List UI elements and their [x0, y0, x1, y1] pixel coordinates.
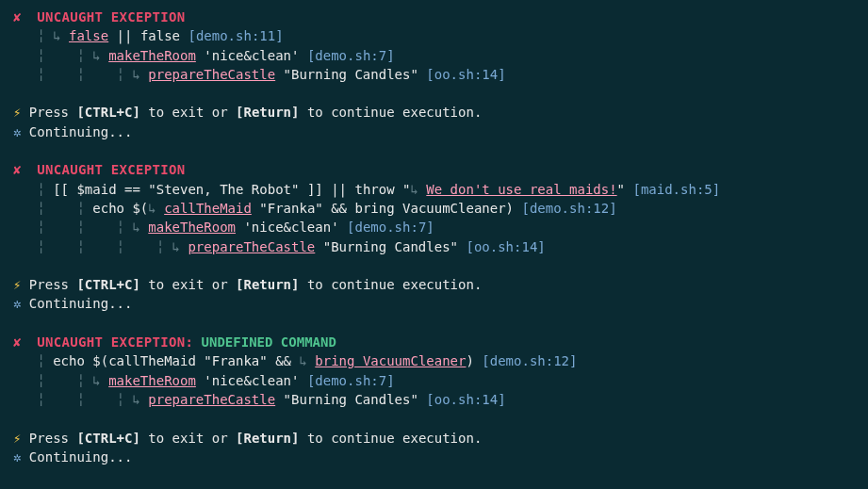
stack-frame: ╎ ╎ ↳ makeTheRoom 'nice&clean' [demo.sh:… [13, 46, 855, 65]
tree-icon: ╎ [13, 28, 53, 43]
continue-prompt: ⚡ Press [CTRL+C] to exit or [Return] to … [13, 275, 855, 294]
x-icon: ✘ [13, 9, 37, 24]
frame-pretext: echo $( [92, 201, 148, 216]
stack-frame: ╎ ↳ false || false [demo.sh:11] [13, 26, 855, 45]
stack-frame: ╎ ╎ ╎ ↳ makeTheRoom 'nice&clean' [demo.s… [13, 218, 855, 236]
frame-location: [demo.sh:7] [307, 373, 395, 388]
bolt-icon: ⚡ [13, 277, 29, 292]
frame-location: [demo.sh:11] [188, 28, 283, 43]
exception-header: ✘ UNCAUGHT EXCEPTION [13, 8, 855, 26]
exception-header: ✘ UNCAUGHT EXCEPTION: UNDEFINED COMMAND [13, 333, 855, 351]
gear-icon: ✲ [13, 449, 29, 465]
arrow-icon: ↳ [148, 201, 164, 216]
frame-text: 'nice&clean' [196, 373, 307, 388]
bolt-icon: ⚡ [13, 431, 29, 446]
stack-frame: ╎ [[ $maid == "Steven, The Robot" ]] || … [13, 180, 855, 199]
continue-prompt: ⚡ Press [CTRL+C] to exit or [Return] to … [13, 103, 855, 122]
tree-icon: ╎ ╎ ╎ [13, 392, 132, 407]
continuing-text: Continuing... [29, 449, 133, 465]
x-icon: ✘ [13, 334, 37, 350]
continuing-text: Continuing... [29, 124, 133, 139]
gear-icon: ✲ [13, 296, 29, 311]
frame-pretext: [[ $maid == "Steven, The Robot" ]] || th… [53, 182, 410, 197]
exception-title: UNCAUGHT EXCEPTION: [37, 334, 193, 350]
frame-link[interactable]: makeTheRoom [108, 48, 196, 63]
continuing-text: Continuing... [29, 296, 133, 311]
frame-location: [demo.sh:12] [521, 201, 616, 216]
continue-prompt: ⚡ Press [CTRL+C] to exit or [Return] to … [13, 429, 855, 448]
exception-title: UNCAUGHT EXCEPTION [37, 162, 185, 177]
frame-location: [maid.sh:5] [632, 182, 720, 197]
arrow-icon: ↳ [92, 373, 108, 388]
frame-location: [oo.sh:14] [426, 392, 505, 407]
exception-subtitle: UNDEFINED COMMAND [193, 334, 336, 350]
frame-location: [demo.sh:7] [347, 220, 434, 235]
tree-icon: ╎ ╎ [13, 201, 92, 216]
tree-icon: ╎ ╎ ╎ [13, 67, 132, 82]
frame-link[interactable]: false [69, 28, 108, 43]
arrow-icon: ↳ [132, 392, 148, 407]
tree-icon: ╎ ╎ ╎ ╎ [13, 239, 172, 254]
arrow-icon: ↳ [92, 48, 108, 63]
continuing-line: ✲ Continuing... [13, 122, 855, 141]
frame-text: "Burning Candles" [275, 392, 426, 407]
tree-icon: ╎ ╎ ╎ [13, 220, 132, 235]
tree-icon: ╎ [13, 353, 53, 368]
frame-link[interactable]: makeTheRoom [148, 220, 236, 235]
stack-frame: ╎ ╎ ╎ ↳ prepareTheCastle "Burning Candle… [13, 65, 855, 84]
frame-location: [demo.sh:7] [307, 48, 395, 63]
stack-frame: ╎ ╎ ↳ makeTheRoom 'nice&clean' [demo.sh:… [13, 371, 855, 390]
frame-text: || false [108, 28, 188, 43]
tree-icon: ╎ ╎ [13, 373, 92, 388]
arrow-icon: ↳ [132, 220, 148, 235]
frame-text: "Franka" && bring VacuumCleaner) [252, 201, 522, 216]
frame-link[interactable]: makeTheRoom [108, 373, 196, 388]
arrow-icon: ↳ [410, 182, 426, 197]
bolt-icon: ⚡ [13, 105, 29, 120]
ctrl-c-key[interactable]: [CTRL+C] [76, 105, 139, 120]
frame-link[interactable]: We don't use real maids! [426, 182, 616, 197]
stack-frame: ╎ ╎ ╎ ↳ prepareTheCastle "Burning Candle… [13, 390, 855, 409]
x-icon: ✘ [13, 162, 37, 177]
arrow-icon: ↳ [172, 239, 188, 254]
tree-icon: ╎ ╎ [13, 48, 92, 63]
return-key[interactable]: [Return] [236, 105, 299, 120]
frame-link[interactable]: prepareTheCastle [148, 67, 275, 82]
frame-location: [oo.sh:14] [466, 239, 545, 254]
arrow-icon: ↳ [132, 67, 148, 82]
gear-icon: ✲ [13, 124, 29, 139]
frame-text: "Burning Candles" [315, 239, 466, 254]
tree-icon: ╎ [13, 182, 53, 197]
continuing-line: ✲ Continuing... [13, 448, 855, 466]
exception-header: ✘ UNCAUGHT EXCEPTION [13, 160, 855, 179]
continuing-line: ✲ Continuing... [13, 294, 855, 313]
frame-text: 'nice&clean' [236, 220, 347, 235]
frame-pretext: echo $(callTheMaid "Franka" && [53, 353, 299, 368]
ctrl-c-key[interactable]: [CTRL+C] [76, 277, 139, 292]
frame-link[interactable]: prepareTheCastle [148, 392, 275, 407]
exception-title: UNCAUGHT EXCEPTION [37, 9, 185, 24]
arrow-icon: ↳ [299, 353, 315, 368]
frame-link[interactable]: callTheMaid [164, 201, 252, 216]
frame-text: "Burning Candles" [275, 67, 426, 82]
frame-text: 'nice&clean' [196, 48, 307, 63]
return-key[interactable]: [Return] [236, 277, 299, 292]
stack-frame: ╎ echo $(callTheMaid "Franka" && ↳ bring… [13, 351, 855, 370]
stack-frame: ╎ ╎ ╎ ╎ ↳ prepareTheCastle "Burning Cand… [13, 237, 855, 256]
ctrl-c-key[interactable]: [CTRL+C] [76, 431, 139, 446]
frame-link[interactable]: bring VacuumCleaner [315, 353, 466, 368]
frame-location: [demo.sh:12] [482, 353, 577, 368]
frame-text: ) [466, 353, 482, 368]
frame-text: " [617, 182, 633, 197]
return-key[interactable]: [Return] [236, 431, 299, 446]
frame-location: [oo.sh:14] [426, 67, 505, 82]
frame-link[interactable]: prepareTheCastle [188, 239, 315, 254]
stack-frame: ╎ ╎ echo $(↳ callTheMaid "Franka" && bri… [13, 199, 855, 218]
arrow-icon: ↳ [53, 28, 69, 43]
